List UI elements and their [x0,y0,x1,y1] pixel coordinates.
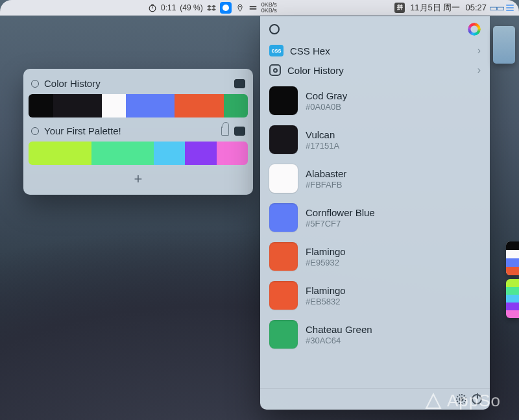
color-hex: #5F7CF7 [306,219,375,229]
color-item[interactable]: Flamingo#EB5832 [260,276,490,315]
palette-header[interactable]: Color History [29,74,248,94]
color-swatch [269,203,298,232]
swatch[interactable] [29,142,60,165]
svg-rect-3 [249,8,256,9]
swatch[interactable] [126,94,151,117]
color-hex: #30AC64 [306,336,372,345]
color-swatch [269,86,298,115]
color-item[interactable]: Cod Gray#0A0A0B [260,81,490,120]
swatch[interactable] [123,142,154,165]
history-row[interactable]: Color History › [260,60,490,80]
color-item[interactable]: Alabaster#FBFAFB [260,159,490,198]
color-swatch [269,164,298,193]
edge-palette-2[interactable] [506,279,519,318]
color-item[interactable]: Cornflower Blue#5F7CF7 [260,198,490,237]
swatch[interactable] [53,94,78,117]
color-name: Alabaster [306,168,346,179]
chevron-right-icon: › [477,45,481,56]
color-item[interactable]: Chateau Green#30AC64 [260,315,490,354]
loupe-icon[interactable] [269,24,280,34]
color-hex: #EB5832 [306,297,346,306]
palette-window: Color HistoryYour First Palette! + [23,69,253,195]
swatch[interactable] [217,142,248,165]
menubar-time[interactable]: 05:27 [465,3,487,12]
chevron-right-icon: › [477,64,481,76]
netspeed-indicator[interactable]: 0KB/s 0KB/s [261,2,277,14]
format-label: CSS Hex [290,45,471,56]
swatch[interactable] [185,142,216,165]
swatch[interactable] [29,94,53,117]
svg-rect-2 [249,6,256,7]
color-name: Cornflower Blue [306,207,375,218]
color-wheel-icon[interactable] [468,23,481,36]
swatch[interactable] [199,94,224,117]
color-swatch [269,281,298,310]
color-swatch [269,125,298,154]
watermark: AppSo [425,391,501,411]
menubar-date[interactable]: 11月5日 周一 [410,2,460,14]
color-name: Vulcan [306,129,339,140]
color-hex: #E95932 [306,258,346,267]
color-list: Cod Gray#0A0A0BVulcan#17151AAlabaster#FB… [260,80,490,388]
palette-title: Color History [44,78,229,89]
color-hex: #17151A [306,141,339,151]
swatch[interactable] [224,94,248,117]
watermark-text: AppSo [447,391,501,411]
lock-icon[interactable] [221,127,229,136]
colorpicker-app-icon[interactable] [220,2,232,14]
css-badge-icon: css [269,45,284,56]
history-icon [269,64,281,76]
dropbox-icon[interactable] [207,3,216,12]
picker-dropdown-panel: css CSS Hex › Color History › Cod Gray#0… [260,16,490,410]
tile-view-icon[interactable] [234,79,245,88]
swatch[interactable] [77,94,102,117]
swatch[interactable] [151,94,175,117]
timer-value: 0:11 [161,3,176,12]
swatch-strip[interactable] [29,94,248,117]
color-name: Flamingo [306,285,346,296]
menu-extra-icon[interactable] [248,3,258,12]
netspeed-down: 0KB/s [261,8,277,14]
battery-percent: (49 %) [180,3,202,12]
svg-point-1 [239,6,241,7]
color-name: Cod Gray [306,90,347,101]
watermark-logo-icon [425,393,442,410]
color-name: Chateau Green [306,324,372,335]
swatch[interactable] [91,142,123,165]
menubar-app-icon[interactable] [235,3,245,12]
history-label: Color History [287,65,471,76]
swatch[interactable] [102,94,127,117]
timer-icon[interactable] [148,3,157,12]
format-row[interactable]: css CSS Hex › [260,41,490,60]
glasses-icon[interactable]: ▭▭ [492,3,501,12]
color-item[interactable]: Flamingo#E95932 [260,237,490,276]
palette-title: Your First Palette! [44,125,216,136]
radio-icon[interactable] [31,127,39,135]
palette-header[interactable]: Your First Palette! [29,121,248,142]
window-thumbnail[interactable] [493,26,515,64]
edge-palette-1[interactable] [506,241,519,275]
radio-icon[interactable] [31,80,39,88]
color-hex: #FBFAFB [306,180,346,190]
swatch[interactable] [154,142,185,165]
color-hex: #0A0A0B [306,102,347,112]
color-name: Flamingo [306,246,346,257]
swatch-strip[interactable] [29,142,248,165]
tile-view-icon[interactable] [234,127,245,136]
add-palette-button[interactable]: + [29,169,248,190]
swatch[interactable] [60,142,91,165]
color-item[interactable]: Vulcan#17151A [260,120,490,159]
swatch[interactable] [175,94,199,117]
color-swatch [269,320,298,349]
desktop: 0:11 (49 %) 0KB/s 0KB/s 拼 11月5日 周一 05:27… [0,0,519,420]
color-swatch [269,242,298,271]
menubar: 0:11 (49 %) 0KB/s 0KB/s 拼 11月5日 周一 05:27… [0,0,519,16]
notification-center-icon[interactable] [506,5,514,11]
input-source-icon[interactable]: 拼 [394,3,405,13]
